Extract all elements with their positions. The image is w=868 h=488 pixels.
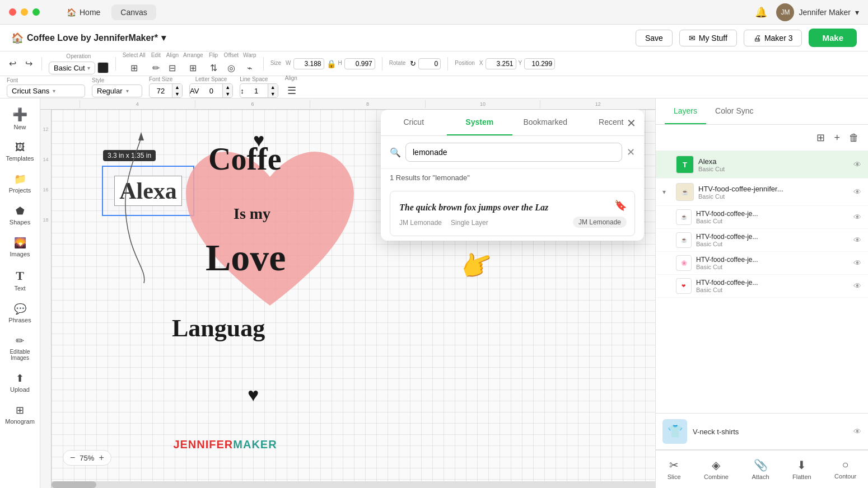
offset-button[interactable]: ◎: [225, 60, 237, 76]
layer-expand-htv[interactable]: ▾: [662, 188, 671, 196]
font-size-down[interactable]: ▼: [172, 91, 182, 97]
canvas-content[interactable]: 12 14 16 18 3.3 in x 1.35 in Alexa Coffe: [40, 110, 655, 488]
layers-add-button[interactable]: +: [832, 130, 842, 146]
canvas-scrollbar[interactable]: [52, 481, 655, 488]
notification-icon[interactable]: 🔔: [755, 6, 767, 18]
letter-space-up[interactable]: ▲: [222, 84, 232, 91]
sub-eye-3[interactable]: 👁: [853, 259, 861, 268]
font-tab-system[interactable]: System: [447, 110, 513, 135]
sub-eye-1[interactable]: 👁: [853, 213, 861, 222]
align-button[interactable]: ⊟: [166, 60, 178, 76]
user-area[interactable]: JM Jennifer Maker ▾: [776, 3, 859, 21]
left-sidebar: ➕ New 🖼 Templates 📁 Projects ⬟ Shapes 🌄 …: [0, 98, 40, 488]
nav-canvas[interactable]: Canvas: [111, 4, 156, 20]
flip-button[interactable]: ⇅: [208, 60, 220, 76]
zoom-out-button[interactable]: −: [70, 453, 75, 463]
close-window-button[interactable]: [9, 8, 16, 16]
save-button[interactable]: Save: [636, 30, 673, 46]
is-my-text: Is my: [234, 205, 270, 223]
operation-select[interactable]: Basic Cut ▾: [49, 62, 95, 74]
zoom-in-button[interactable]: +: [99, 453, 104, 463]
font-tab-bookmarked[interactable]: Bookmarked: [512, 110, 578, 135]
tab-color-sync[interactable]: Color Sync: [706, 98, 762, 124]
style-select[interactable]: Regular ▾: [92, 85, 142, 97]
nav-home[interactable]: 🏠 Home: [58, 4, 109, 20]
sub-layer-1[interactable]: ☕ HTV-food-coffee-je... Basic Cut 👁: [656, 206, 868, 229]
tab-layers[interactable]: Layers: [665, 98, 706, 124]
canvas-scrollbar-thumb[interactable]: [52, 481, 96, 488]
font-search-close[interactable]: ✕: [627, 116, 636, 130]
layer-htv-parent[interactable]: ▾ ☕ HTV-food-coffee-jennifer... Basic Cu…: [656, 179, 868, 206]
project-title[interactable]: 🏠 Coffee Love by JenniferMaker* ▾: [11, 32, 166, 44]
sidebar-item-upload[interactable]: ⬆ Upload: [3, 368, 37, 397]
font-label: Font: [7, 77, 85, 83]
lock-icon[interactable]: 🔒: [326, 59, 336, 68]
font-bookmark-button[interactable]: 🔖: [614, 199, 627, 212]
sidebar-item-editable-images[interactable]: ✏ Editable Images: [3, 330, 37, 365]
minimize-window-button[interactable]: [21, 8, 28, 16]
line-space-down[interactable]: ▼: [268, 91, 278, 97]
layers-group-button[interactable]: ⊞: [814, 129, 827, 146]
sub-layer-2[interactable]: ☕ HTV-food-coffee-je... Basic Cut 👁: [656, 229, 868, 252]
sub-layer-3[interactable]: 🌸 HTV-food-coffee-je... Basic Cut 👁: [656, 252, 868, 275]
letter-space-input[interactable]: [200, 85, 222, 97]
x-input[interactable]: [486, 58, 516, 69]
sidebar-item-new[interactable]: ➕ New: [3, 103, 37, 135]
right-panel-bottom: 👕 V-neck t-shirts 👁 ✂ Slice ◈ Combine 📎 …: [656, 413, 868, 488]
sub-eye-2[interactable]: 👁: [853, 236, 861, 245]
action-combine[interactable]: ◈ Combine: [697, 456, 735, 482]
sidebar-item-phrases[interactable]: 💬 Phrases: [3, 298, 37, 328]
font-size-input[interactable]: [150, 85, 172, 97]
letter-space-down[interactable]: ▼: [222, 91, 232, 97]
width-input[interactable]: [293, 58, 324, 69]
watermark: JENNIFER MAKER: [173, 438, 277, 451]
sidebar-item-projects[interactable]: 📁 Projects: [3, 168, 37, 198]
layer-eye-alexa[interactable]: 👁: [853, 160, 861, 169]
style-value: Regular: [97, 87, 123, 95]
sidebar-item-templates[interactable]: 🖼 Templates: [3, 137, 37, 166]
layer-alexa[interactable]: T Alexa Basic Cut 👁: [656, 151, 868, 179]
height-input[interactable]: [344, 58, 375, 69]
maximize-window-button[interactable]: [32, 8, 40, 16]
canvas-area[interactable]: 4 6 8 10 12 12 14 16 18 3.3 in x 1.35 in: [40, 98, 655, 488]
sub-layer-4[interactable]: ❤ HTV-food-coffee-je... Basic Cut 👁: [656, 275, 868, 298]
y-input[interactable]: [524, 58, 555, 69]
line-space-up[interactable]: ▲: [268, 84, 278, 91]
action-attach[interactable]: 📎 Attach: [745, 456, 776, 482]
line-space-input[interactable]: [245, 85, 268, 97]
maker-button[interactable]: 🖨 Maker 3: [744, 30, 802, 46]
tshirt-eye[interactable]: 👁: [853, 427, 861, 436]
sidebar-item-images[interactable]: 🌄 Images: [3, 232, 37, 262]
font-search-input[interactable]: [405, 143, 622, 162]
layer-eye-htv[interactable]: 👁: [853, 187, 861, 196]
redo-button[interactable]: ↪: [23, 56, 35, 71]
action-flatten[interactable]: ⬇ Flatten: [786, 456, 818, 482]
warp-button[interactable]: ⌁: [245, 60, 255, 76]
sidebar-item-shapes[interactable]: ⬟ Shapes: [3, 200, 37, 230]
select-all-button[interactable]: ⊞: [128, 60, 140, 76]
make-button[interactable]: Make: [809, 29, 857, 47]
sidebar-item-monogram[interactable]: ⊞ Monogram: [3, 400, 37, 429]
edit-button[interactable]: ✏: [150, 60, 162, 76]
font-size-up[interactable]: ▲: [172, 84, 182, 91]
color-swatch[interactable]: [97, 62, 109, 73]
rotate-input[interactable]: [418, 58, 441, 69]
align-group: Align ⊟: [166, 52, 179, 76]
action-slice[interactable]: ✂ Slice: [661, 456, 688, 482]
combine-icon: ◈: [712, 458, 720, 472]
title-right: 🔔 JM Jennifer Maker ▾: [755, 3, 859, 21]
text-align-button[interactable]: ☰: [285, 82, 298, 99]
layers-delete-button[interactable]: 🗑: [847, 130, 861, 146]
action-contour[interactable]: ○ Contour: [828, 456, 863, 482]
sidebar-item-text[interactable]: T Text: [3, 264, 37, 296]
arrange-button[interactable]: ⊞: [187, 60, 199, 76]
operation-label: Operation: [66, 53, 91, 59]
undo-button[interactable]: ↩: [7, 56, 18, 71]
font-tab-cricut[interactable]: Cricut: [381, 110, 447, 135]
font-size-label: Font Size: [149, 76, 183, 82]
sub-eye-4[interactable]: 👁: [853, 281, 861, 290]
font-result-card[interactable]: The quick brown fox jumps over the Laz 🔖…: [390, 191, 635, 236]
font-select[interactable]: Cricut Sans ▾: [7, 85, 85, 97]
mystuff-button[interactable]: ✉ My Stuff: [679, 30, 737, 46]
font-search-clear-button[interactable]: ✕: [627, 146, 635, 158]
